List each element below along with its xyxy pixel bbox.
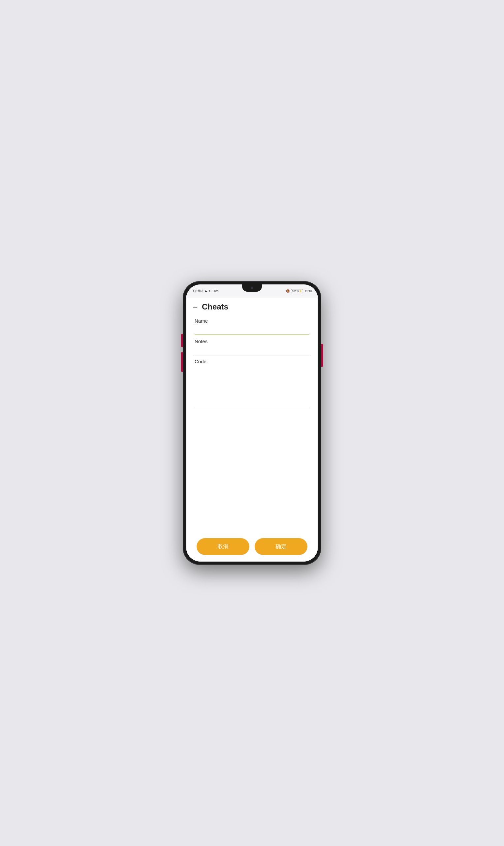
phone-screen: 飞行模式 ⇆ ✈ 0 K/s 🔕 100%⚡ 11:10 ← Cheats xyxy=(186,284,318,562)
notch xyxy=(242,284,262,292)
name-field-group: Name xyxy=(195,318,309,335)
code-label: Code xyxy=(195,359,309,364)
volume-down-button[interactable] xyxy=(181,352,183,372)
status-text: 飞行模式 ⇆ ✈ 0 K/s xyxy=(192,289,218,293)
status-bar-left: 飞行模式 ⇆ ✈ 0 K/s xyxy=(192,289,218,293)
volume-up-button[interactable] xyxy=(181,334,183,347)
page-title: Cheats xyxy=(202,302,228,311)
form-area: Name Notes Code xyxy=(187,315,317,533)
notes-field-group: Notes xyxy=(195,339,309,355)
app-content: ← Cheats Name Notes Code xyxy=(187,298,317,562)
bottom-bar: 取消 确定 xyxy=(187,533,317,562)
time-display: 11:10 xyxy=(304,289,312,293)
power-button[interactable] xyxy=(321,344,323,367)
name-input[interactable] xyxy=(195,326,309,335)
name-label: Name xyxy=(195,318,309,324)
status-bar-right: 🔕 100%⚡ 11:10 xyxy=(286,289,312,293)
code-input[interactable] xyxy=(195,366,309,407)
phone-frame: 飞行模式 ⇆ ✈ 0 K/s 🔕 100%⚡ 11:10 ← Cheats xyxy=(183,281,321,565)
bell-icon: 🔕 xyxy=(286,289,290,293)
toolbar: ← Cheats xyxy=(187,298,317,315)
code-field-group: Code xyxy=(195,359,309,407)
battery-icon: 100%⚡ xyxy=(291,289,303,293)
status-bar: 飞行模式 ⇆ ✈ 0 K/s 🔕 100%⚡ 11:10 xyxy=(186,284,318,298)
confirm-button[interactable]: 确定 xyxy=(255,538,307,555)
front-camera xyxy=(251,287,253,289)
cancel-button[interactable]: 取消 xyxy=(197,538,249,555)
notes-label: Notes xyxy=(195,339,309,344)
back-button[interactable]: ← xyxy=(192,304,199,310)
notes-input[interactable] xyxy=(195,346,309,355)
